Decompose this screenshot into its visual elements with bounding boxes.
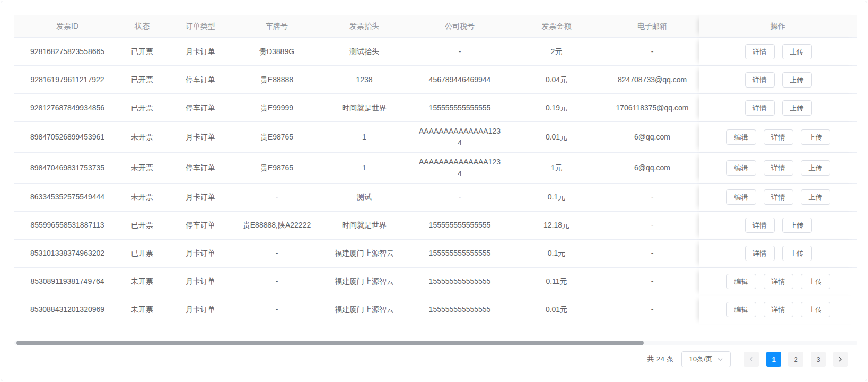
detail-button[interactable]: 详情 — [764, 129, 793, 145]
cell-actions: 详情上传 — [699, 38, 857, 65]
cell-text-invoice_id: 898470469831753735 — [30, 162, 104, 173]
cell-text-invoice_id: 853088431201320969 — [30, 303, 104, 315]
upload-button[interactable]: 上传 — [801, 160, 830, 176]
next-page-button[interactable] — [833, 352, 848, 367]
detail-button[interactable]: 详情 — [745, 246, 775, 261]
cell-amount: 0.01元 — [507, 122, 606, 152]
column-header-email: 电子邮箱 — [606, 15, 699, 37]
cell-text-email: - — [651, 303, 654, 315]
page-button-3[interactable]: 3 — [811, 352, 826, 367]
cell-text-status: 未开票 — [131, 303, 153, 315]
cell-title: 1 — [317, 153, 412, 183]
edit-button[interactable]: 编辑 — [726, 129, 756, 145]
cell-order_type: 月卡订单 — [164, 268, 237, 296]
detail-button[interactable]: 详情 — [745, 218, 775, 233]
cell-text-email: 824708733@qq.com — [618, 74, 687, 85]
cell-actions: 编辑详情上传 — [699, 268, 857, 296]
cell-text-invoice_id: 863345352575549444 — [30, 191, 104, 203]
cell-title: 1 — [317, 122, 412, 152]
cell-status: 已开票 — [120, 38, 164, 65]
upload-button[interactable]: 上传 — [782, 44, 812, 59]
cell-invoice_id: 855996558531887113 — [14, 212, 120, 239]
cell-amount: 0.19元 — [507, 94, 606, 121]
page-button-2[interactable]: 2 — [788, 352, 803, 367]
cell-text-tax_no: 155555555555555 — [429, 219, 491, 231]
column-header-invoice_id: 发票ID — [14, 15, 120, 37]
upload-button[interactable]: 上传 — [801, 274, 830, 289]
table-row: 853101338374963202已开票月卡订单-福建厦门上源智云155555… — [14, 240, 857, 268]
cell-title: 福建厦门上源智云 — [317, 240, 412, 267]
upload-button[interactable]: 上传 — [782, 100, 812, 116]
cell-text-status: 未开票 — [131, 131, 153, 143]
cell-tax_no: 155555555555555 — [412, 212, 507, 239]
cell-email: 6@qq.com — [606, 122, 699, 152]
upload-button[interactable]: 上传 — [801, 302, 830, 317]
cell-text-tax_no: AAAAAAAAAAAAAA1234 — [418, 125, 502, 149]
column-header-tax_no: 公司税号 — [412, 15, 507, 37]
edit-button[interactable]: 编辑 — [726, 189, 756, 205]
detail-button[interactable]: 详情 — [764, 274, 793, 289]
cell-text-amount: 0.19元 — [546, 102, 567, 114]
cell-text-title: 福建厦门上源智云 — [335, 247, 394, 259]
cell-text-amount: 0.11元 — [546, 275, 567, 287]
cell-status: 未开票 — [120, 268, 164, 296]
upload-button[interactable]: 上传 — [782, 218, 812, 233]
cell-invoice_id: 898470526899453961 — [14, 122, 120, 152]
detail-button[interactable]: 详情 — [745, 72, 775, 88]
cell-title: 时间就是世界 — [317, 94, 412, 121]
detail-button[interactable]: 详情 — [764, 189, 793, 205]
cell-text-invoice_id: 853101338374963202 — [30, 247, 104, 259]
cell-plate: 贵D3889G — [237, 38, 317, 65]
cell-status: 已开票 — [120, 94, 164, 121]
cell-status: 已开票 — [120, 66, 164, 93]
cell-plate: 贵E88888,陕A22222 — [237, 212, 317, 239]
cell-text-amount: 2元 — [551, 46, 563, 57]
cell-text-tax_no: AAAAAAAAAAAAAA1234 — [418, 156, 502, 180]
cell-order_type: 停车订单 — [164, 153, 237, 183]
upload-button[interactable]: 上传 — [782, 246, 812, 261]
cell-status: 未开票 — [120, 184, 164, 211]
edit-button[interactable]: 编辑 — [726, 302, 756, 317]
table-row: 928161979611217922已开票停车订单贵E8888812384567… — [14, 66, 857, 94]
cell-text-amount: 12.18元 — [543, 219, 569, 231]
cell-text-amount: 0.1元 — [548, 247, 565, 259]
upload-button[interactable]: 上传 — [801, 189, 830, 205]
detail-button[interactable]: 详情 — [745, 100, 775, 116]
cell-amount: 0.01元 — [507, 296, 606, 324]
cell-actions: 编辑详情上传 — [699, 122, 857, 152]
cell-invoice_id: 898470469831753735 — [14, 153, 120, 183]
cell-plate: - — [237, 268, 317, 296]
cell-text-amount: 0.1元 — [548, 191, 565, 203]
cell-amount: 0.1元 — [507, 184, 606, 211]
cell-text-title: 测试 — [357, 191, 372, 203]
chevron-right-icon — [838, 356, 843, 362]
cell-text-plate: 贵E88888,陕A22222 — [243, 219, 311, 231]
prev-page-button[interactable] — [744, 352, 759, 367]
horizontal-scrollbar-track[interactable] — [14, 341, 857, 345]
cell-text-order_type: 月卡订单 — [186, 131, 215, 143]
column-header-actions: 操作 — [699, 15, 857, 37]
column-header-order_type: 订单类型 — [164, 15, 237, 37]
page-size-select[interactable]: 10条/页 — [681, 351, 731, 367]
detail-button[interactable]: 详情 — [764, 160, 793, 176]
cell-email: - — [606, 212, 699, 239]
cell-text-order_type: 停车订单 — [186, 102, 215, 114]
column-header-title: 发票抬头 — [317, 15, 412, 37]
detail-button[interactable]: 详情 — [764, 302, 793, 317]
invoice-panel: 发票ID状态订单类型车牌号发票抬头公司税号发票金额电子邮箱操作 92816827… — [1, 1, 867, 381]
cell-tax_no: 155555555555555 — [412, 268, 507, 296]
cell-text-tax_no: 155555555555555 — [429, 303, 491, 315]
cell-text-title: 福建厦门上源智云 — [335, 275, 394, 287]
page-button-1[interactable]: 1 — [766, 352, 781, 367]
cell-text-plate: 贵E99999 — [260, 102, 293, 114]
edit-button[interactable]: 编辑 — [726, 274, 756, 289]
detail-button[interactable]: 详情 — [745, 44, 775, 59]
edit-button[interactable]: 编辑 — [726, 160, 756, 176]
cell-text-title: 福建厦门上源智云 — [335, 303, 394, 315]
cell-text-title: 测试抬头 — [349, 46, 379, 57]
upload-button[interactable]: 上传 — [782, 72, 812, 88]
upload-button[interactable]: 上传 — [801, 129, 830, 145]
cell-title: 测试 — [317, 184, 412, 211]
horizontal-scrollbar-thumb[interactable] — [16, 341, 644, 345]
cell-text-tax_no: 155555555555555 — [429, 275, 491, 287]
